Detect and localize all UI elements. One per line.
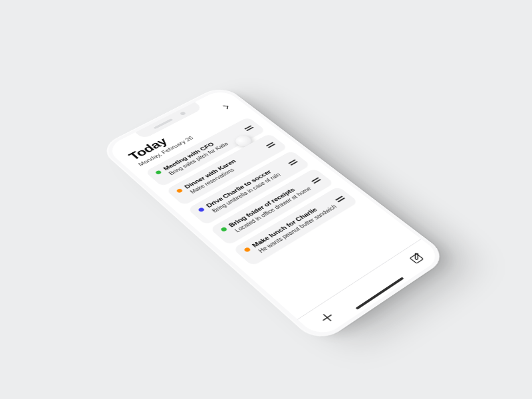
category-dot: [198, 207, 205, 212]
add-button[interactable]: [316, 309, 338, 326]
svg-rect-2: [410, 253, 423, 263]
category-dot: [155, 170, 162, 175]
home-indicator[interactable]: [355, 277, 404, 309]
svg-line-0: [323, 315, 331, 321]
screen: Today Monday, February 26 Meeting with C…: [104, 88, 444, 339]
task-subtitle: He wants peanut butter sandwich: [257, 198, 348, 253]
category-dot: [220, 227, 228, 232]
category-dot: [176, 188, 183, 194]
category-dot: [243, 247, 251, 252]
bottom-toolbar: [297, 239, 444, 339]
compose-button[interactable]: [406, 251, 428, 267]
svg-line-1: [323, 315, 331, 320]
task-title: Make lunch for Charlie: [251, 207, 319, 249]
phone-frame: Today Monday, February 26 Meeting with C…: [99, 84, 450, 344]
